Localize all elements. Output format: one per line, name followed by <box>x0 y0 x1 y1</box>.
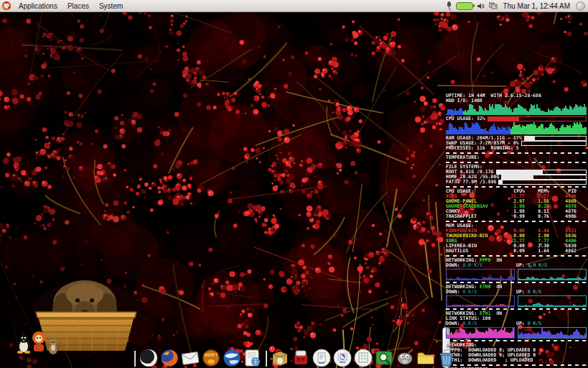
separator <box>446 221 587 222</box>
process-row: NAUTILUS0.991.644862 <box>446 249 587 254</box>
eth1-up-graph <box>518 327 587 339</box>
fs-bar <box>501 175 587 180</box>
clock[interactable]: Thu Mar 1, 12:44 AM <box>501 2 572 10</box>
gimp-icon[interactable] <box>396 349 414 367</box>
conky-system-monitor: UPTIME: 1H 44M WITH 2.6.15-28-686 HDD I/… <box>446 93 587 368</box>
separator <box>446 308 587 310</box>
top-panel: Applications Places System Thu Mar 1, 12… <box>0 0 588 12</box>
ppp0-down-graph <box>446 269 515 280</box>
cpu-usage-line: CPU USAGE: 32% <box>446 116 587 121</box>
google-earth-icon[interactable] <box>223 349 241 367</box>
eth0-down-graph <box>446 295 515 307</box>
net-total-row: ETH1: DOWNLOADED ; UPLOADED <box>446 358 587 363</box>
squirrel-widget[interactable] <box>47 338 62 355</box>
dock-separator <box>266 351 267 367</box>
kenny-widget[interactable] <box>32 331 46 352</box>
separator <box>446 340 587 341</box>
separator <box>446 152 587 154</box>
trash-icon[interactable] <box>437 349 456 367</box>
separator <box>446 255 587 257</box>
ppp0-up-graph <box>518 269 587 280</box>
package-icon[interactable] <box>271 349 289 367</box>
cpu-graph <box>446 122 587 134</box>
network-monitor-icon[interactable] <box>489 2 498 9</box>
system-menu[interactable]: System <box>94 0 128 12</box>
hdd-io-line: HDD I/O: 140K <box>446 98 587 104</box>
power-icon[interactable] <box>446 1 452 10</box>
session-icon[interactable] <box>576 1 585 11</box>
eth0-up-graph <box>518 295 587 307</box>
separator <box>446 162 587 163</box>
ppp0-rates: DOWN: 0.0 K/S UP: 0.0 K/S <box>446 263 587 268</box>
tux-widget[interactable] <box>16 334 32 354</box>
office-impress-icon[interactable] <box>333 349 352 367</box>
folder-icon[interactable] <box>416 349 435 367</box>
cpu-usage-bar <box>487 116 587 121</box>
eth0-rates: DOWN: 0 K/S UP: 0 K/S <box>446 290 587 295</box>
desktop: Applications Places System Thu Mar 1, 12… <box>0 0 588 368</box>
eth1-down-graph <box>446 327 515 339</box>
applications-menu[interactable]: Applications <box>14 0 62 12</box>
dock: KEEP? <box>133 347 456 367</box>
processes-line: PROCESSES: 116 RUNNING: 5 <box>446 146 587 151</box>
firefox-icon[interactable] <box>160 349 179 367</box>
orb-icon[interactable] <box>139 349 158 367</box>
office-writer-icon[interactable] <box>312 349 331 367</box>
fs-row: FAT32 77.9M /1.89G <box>446 180 587 185</box>
hdd-io-graph <box>446 104 587 115</box>
fs-bar <box>498 180 587 185</box>
scanner-search-icon[interactable] <box>375 349 393 367</box>
places-menu[interactable]: Places <box>62 0 94 12</box>
volume-icon[interactable] <box>477 2 485 10</box>
battery-icon[interactable] <box>456 2 473 10</box>
swap-bar <box>521 141 587 146</box>
temperature-title: TEMPERATURE: <box>446 155 587 160</box>
separator <box>446 364 587 366</box>
media-device-icon[interactable] <box>291 349 310 367</box>
svg-text:KEEP?: KEEP? <box>205 352 218 357</box>
eth1-rates: DOWN: 0 K/S UP: 0 K/S <box>446 321 587 326</box>
dock-separator <box>134 351 136 367</box>
separator <box>446 186 587 188</box>
separator <box>446 282 587 283</box>
web-document-icon[interactable] <box>243 349 262 367</box>
game-icon[interactable]: KEEP? <box>202 349 220 367</box>
ubuntu-logo-icon <box>2 1 11 10</box>
process-row: TRASHAPPLET0.990.764906 <box>446 214 587 219</box>
fs-bar <box>496 170 587 175</box>
mail-icon[interactable] <box>181 349 200 367</box>
ram-bar <box>524 136 587 141</box>
office-calc-icon[interactable] <box>354 349 373 367</box>
